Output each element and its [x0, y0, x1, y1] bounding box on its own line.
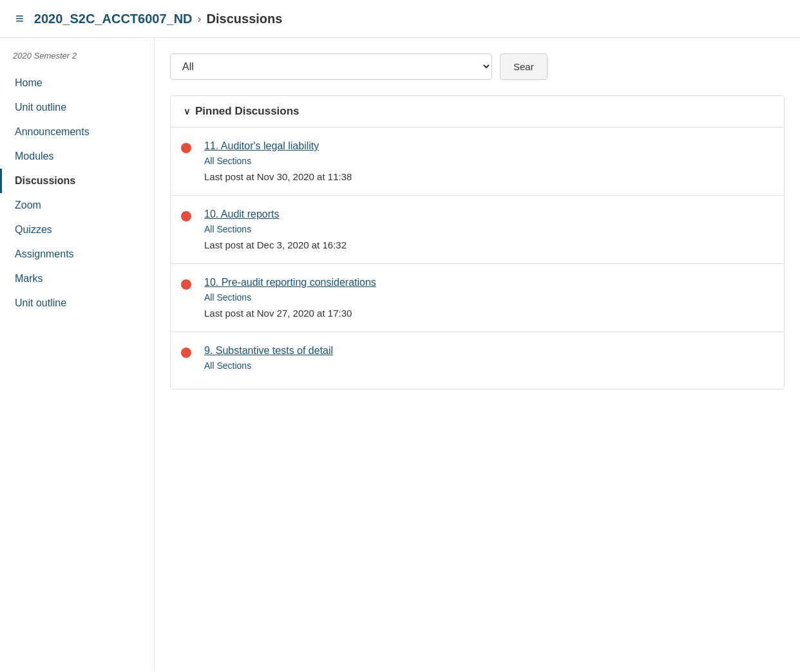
sidebar: 2020 Semester 2 Home Unit outline Announ…	[0, 38, 155, 671]
discussion-sections: All Sections	[204, 292, 771, 303]
layout: 2020 Semester 2 Home Unit outline Announ…	[0, 38, 800, 671]
menu-icon[interactable]: ≡	[15, 10, 24, 27]
discussion-item: 10. Audit reports All Sections Last post…	[171, 196, 784, 264]
pinned-section-label: Pinned Discussions	[195, 105, 300, 118]
sidebar-item-unit-outline-2[interactable]: Unit outline	[0, 291, 154, 315]
sidebar-item-discussions[interactable]: Discussions	[0, 169, 154, 193]
sidebar-item-marks[interactable]: Marks	[0, 266, 154, 291]
sidebar-item-quizzes[interactable]: Quizzes	[0, 218, 154, 242]
discussion-last-post: Last post at Nov 27, 2020 at 17:30	[204, 308, 771, 319]
discussion-content: 10. Audit reports All Sections Last post…	[204, 209, 771, 250]
filter-row: All Pinned Unread Sear	[170, 53, 785, 80]
unread-dot	[181, 348, 191, 358]
sidebar-item-unit-outline-1[interactable]: Unit outline	[0, 95, 154, 120]
discussions-section: ∨ Pinned Discussions 11. Auditor's legal…	[170, 95, 785, 389]
discussion-content: 10. Pre-audit reporting considerations A…	[204, 277, 771, 319]
sidebar-item-home[interactable]: Home	[0, 71, 154, 95]
sidebar-item-modules[interactable]: Modules	[0, 144, 154, 169]
page-title: Discussions	[207, 12, 283, 26]
unread-dot	[181, 143, 191, 153]
sidebar-item-zoom[interactable]: Zoom	[0, 193, 154, 218]
search-button[interactable]: Sear	[500, 53, 548, 80]
discussion-sections: All Sections	[204, 224, 771, 234]
discussion-sections: All Sections	[204, 360, 771, 371]
discussion-title-link[interactable]: 10. Audit reports	[204, 209, 771, 220]
sidebar-item-assignments[interactable]: Assignments	[0, 242, 154, 266]
chevron-down-icon: ∨	[184, 106, 190, 117]
header: ≡ 2020_S2C_ACCT6007_ND › Discussions	[0, 0, 800, 38]
discussion-sections: All Sections	[204, 156, 771, 166]
discussion-title-link[interactable]: 11. Auditor's legal liability	[204, 140, 771, 152]
discussion-last-post: Last post at Dec 3, 2020 at 16:32	[204, 239, 771, 250]
discussion-title-link[interactable]: 10. Pre-audit reporting considerations	[204, 277, 771, 288]
discussion-item: 9. Substantive tests of detail All Secti…	[171, 332, 784, 389]
discussion-content: 9. Substantive tests of detail All Secti…	[204, 345, 771, 376]
sidebar-semester: 2020 Semester 2	[0, 51, 154, 71]
pinned-section-header[interactable]: ∨ Pinned Discussions	[171, 96, 784, 127]
unread-dot	[181, 211, 191, 221]
discussion-title-link[interactable]: 9. Substantive tests of detail	[204, 345, 771, 357]
unread-dot	[181, 279, 191, 290]
course-link[interactable]: 2020_S2C_ACCT6007_ND	[34, 12, 193, 26]
discussion-content: 11. Auditor's legal liability All Sectio…	[204, 140, 771, 182]
main-content: All Pinned Unread Sear ∨ Pinned Discussi…	[155, 38, 800, 671]
breadcrumb-separator: ›	[198, 12, 202, 26]
discussion-item: 10. Pre-audit reporting considerations A…	[171, 264, 784, 332]
filter-select[interactable]: All Pinned Unread	[170, 53, 492, 80]
discussion-item: 11. Auditor's legal liability All Sectio…	[171, 127, 784, 196]
sidebar-item-announcements[interactable]: Announcements	[0, 120, 154, 144]
discussion-last-post: Last post at Nov 30, 2020 at 11:38	[204, 171, 771, 182]
